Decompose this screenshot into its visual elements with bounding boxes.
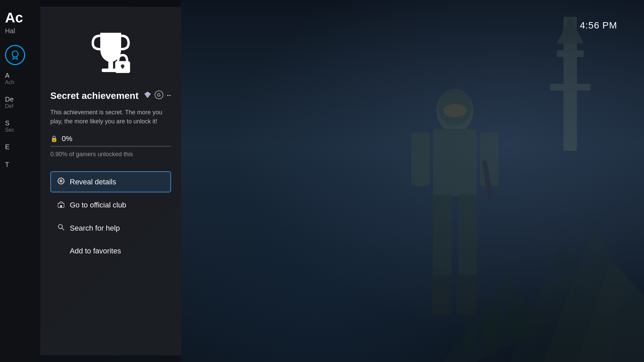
progress-area: 🔒 0% 0.90% of gamers unlocked this xyxy=(50,134,171,166)
svg-rect-23 xyxy=(108,62,113,69)
sidebar-item-4[interactable]: T xyxy=(5,161,35,169)
sidebar: Ac Hal A Ach De Def S Sec E T xyxy=(0,0,40,362)
sidebar-title: Ac xyxy=(5,10,35,25)
go-to-club-button[interactable]: Go to official club xyxy=(50,194,171,216)
svg-rect-36 xyxy=(60,205,62,207)
sidebar-item-label-2: S xyxy=(5,119,35,127)
sidebar-item-sub-0: Ach xyxy=(5,79,35,85)
halo-background xyxy=(181,0,644,362)
sidebar-item-1[interactable]: De Def xyxy=(5,96,35,109)
sidebar-item-0[interactable]: A Ach xyxy=(5,72,35,85)
achievement-description: This achievement is secret. The more you… xyxy=(50,108,171,126)
add-to-favorites-label: Add to favorites xyxy=(70,247,121,255)
sidebar-item-3[interactable]: E xyxy=(5,143,35,151)
svg-rect-27 xyxy=(122,66,123,69)
svg-rect-14 xyxy=(457,275,477,315)
achievement-meta: G -- xyxy=(144,90,171,99)
add-to-favorites-button[interactable]: Add to favorites xyxy=(50,241,171,261)
svg-rect-11 xyxy=(433,194,451,278)
club-icon xyxy=(57,200,65,209)
svg-point-34 xyxy=(60,180,62,182)
progress-row: 🔒 0% xyxy=(50,134,171,143)
search-for-help-button[interactable]: Search for help xyxy=(50,218,171,239)
trophy-area xyxy=(50,27,171,80)
svg-point-37 xyxy=(58,225,62,229)
sidebar-items: A Ach De Def S Sec E T xyxy=(5,72,35,169)
svg-rect-12 xyxy=(458,194,477,278)
gem-icon xyxy=(144,91,151,99)
svg-rect-19 xyxy=(557,50,584,57)
progress-percentage: 0% xyxy=(62,134,72,143)
svg-point-22 xyxy=(12,51,18,57)
sidebar-item-label-3: E xyxy=(5,143,35,151)
gamers-unlocked-text: 0.90% of gamers unlocked this xyxy=(50,151,171,158)
lock-icon: 🔒 xyxy=(50,135,58,142)
reveal-details-button[interactable]: Reveal details xyxy=(50,171,171,192)
soldier-silhouette xyxy=(384,77,525,362)
popup-panel: Secret achievement G -- This achievement… xyxy=(40,7,181,355)
sidebar-game-title: Hal xyxy=(5,27,35,35)
trophy-locked-icon xyxy=(84,27,138,80)
menu-list: Reveal details Go to official club Se xyxy=(50,171,171,263)
sidebar-item-sub-2: Sec xyxy=(5,127,35,133)
svg-marker-28 xyxy=(145,92,151,98)
gamerscore-icon: G xyxy=(155,90,163,99)
sidebar-item-label-1: De xyxy=(5,96,35,103)
achievement-header: Secret achievement G -- xyxy=(50,90,171,104)
sidebar-item-sub-1: Def xyxy=(5,103,35,109)
svg-rect-9 xyxy=(411,132,430,186)
sidebar-item-label-0: A xyxy=(5,72,35,79)
sidebar-item-2[interactable]: S Sec xyxy=(5,119,35,133)
go-to-club-label: Go to official club xyxy=(70,201,126,209)
background-tower xyxy=(537,17,604,151)
svg-rect-8 xyxy=(433,129,477,196)
reveal-details-label: Reveal details xyxy=(70,178,116,186)
svg-rect-13 xyxy=(431,275,451,315)
svg-rect-20 xyxy=(550,84,590,90)
clock: 4:56 PM xyxy=(580,20,617,31)
svg-line-38 xyxy=(62,228,64,231)
sidebar-achievement-icon xyxy=(5,45,25,65)
svg-point-16 xyxy=(443,104,467,117)
search-icon xyxy=(57,224,65,233)
reveal-icon xyxy=(57,177,65,186)
progress-bar-background xyxy=(50,146,171,147)
sidebar-item-label-4: T xyxy=(5,161,35,169)
search-for-help-label: Search for help xyxy=(70,224,120,233)
achievement-score: -- xyxy=(167,91,171,99)
